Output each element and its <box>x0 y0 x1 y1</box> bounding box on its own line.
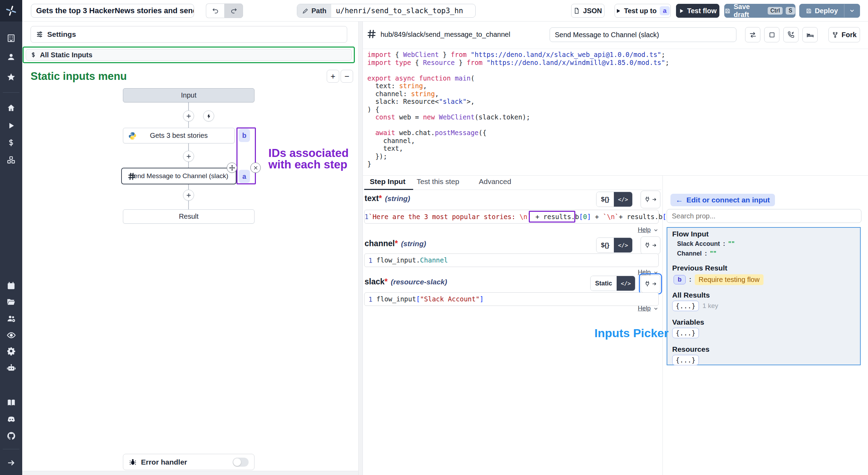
flow-node-step-b[interactable]: Gets 3 best stories <box>123 128 235 143</box>
delete-step-button[interactable] <box>250 162 261 173</box>
error-handler-row[interactable]: Error handler <box>123 454 254 470</box>
sidebar-item-discord[interactable] <box>0 411 22 427</box>
path-field[interactable]: Path u/henri/send_to_slack_top3_hn <box>297 4 476 18</box>
error-handler-toggle[interactable] <box>233 458 249 467</box>
code-mode-button[interactable]: </> <box>617 276 635 291</box>
sidebar-item-variables[interactable] <box>0 135 22 150</box>
deploy-button[interactable]: Deploy <box>800 7 844 15</box>
slack-hash-icon <box>127 172 136 181</box>
sidebar-item-github[interactable] <box>0 428 22 443</box>
fork-button[interactable]: Fork <box>828 27 860 42</box>
folder-icon <box>7 297 16 306</box>
redo-button[interactable] <box>224 3 243 18</box>
all-static-inputs-button[interactable]: All Static Inputs <box>26 49 352 61</box>
test-up-to-button[interactable]: Test up to a <box>615 4 671 18</box>
flow-title-input[interactable]: Gets the top 3 HackerNews stories and se… <box>31 4 194 18</box>
all-results-row[interactable]: {...} 1 key <box>672 301 718 311</box>
sync-arrows-icon <box>749 31 757 39</box>
variables-header[interactable]: Variables <box>672 318 704 326</box>
text-input-mode-toggle[interactable]: ${} </> <box>596 192 633 207</box>
flow-settings-button[interactable]: Settings <box>31 26 347 43</box>
ids-annotation-box <box>236 127 256 184</box>
flow-node-step-a-selected[interactable]: Send Message to Channel (slack) <box>121 168 236 184</box>
arrow-left-icon: ← <box>676 196 683 204</box>
sidebar-item-user[interactable] <box>0 49 22 65</box>
previous-result-row[interactable]: b : Require testing flow <box>674 274 763 285</box>
add-trigger-button[interactable] <box>203 110 214 122</box>
add-step-button[interactable] <box>183 110 194 122</box>
users-gear-icon <box>7 314 16 323</box>
reload-script-button[interactable] <box>745 27 760 42</box>
tab-test-this-step[interactable]: Test this step <box>417 177 459 186</box>
code-mode-button[interactable]: </> <box>614 238 632 252</box>
step-code-editor[interactable]: import { WebClient } from "https://deno.… <box>367 51 669 168</box>
braces-chip: {...} <box>672 355 699 365</box>
sidebar-item-home[interactable] <box>0 100 22 116</box>
resources-header[interactable]: Resources <box>672 345 709 353</box>
text-help-link[interactable]: Help <box>625 226 659 234</box>
channel-input-mode-toggle[interactable]: ${} </> <box>596 238 633 253</box>
zoom-in-button[interactable]: + <box>327 70 339 83</box>
save-draft-button[interactable]: Save draft Ctrl S <box>724 4 795 18</box>
horizontal-scrollbar[interactable] <box>22 471 358 475</box>
save-icon <box>806 8 812 14</box>
variables-row[interactable]: {...} <box>672 328 699 338</box>
static-inputs-menu-annotation: Static inputs menu <box>31 70 127 83</box>
flow-node-input[interactable]: Input <box>123 88 254 102</box>
code-mode-button[interactable]: </> <box>614 192 632 207</box>
add-step-button[interactable] <box>183 151 194 162</box>
flow-input-row[interactable]: Slack Account : "" <box>677 240 735 248</box>
previous-result-header[interactable]: Previous Result <box>672 264 727 272</box>
deploy-dropdown-button[interactable] <box>844 4 860 17</box>
sidebar-item-groups[interactable] <box>0 311 22 326</box>
text-expression-editor[interactable]: 1 `Here are the 3 most popular stories: … <box>364 210 659 224</box>
sidebar-item-schedules[interactable] <box>0 278 22 293</box>
undo-button[interactable] <box>206 3 224 18</box>
json-button[interactable]: JSON <box>571 4 604 18</box>
channel-expression-editor[interactable]: 1 flow_input.Channel <box>364 253 659 267</box>
zoom-out-button[interactable]: − <box>341 70 353 83</box>
header-divider <box>363 49 868 49</box>
windmill-flow-editor: Gets the top 3 HackerNews stories and se… <box>0 0 868 475</box>
flow-input-header[interactable]: Flow Input <box>672 230 709 238</box>
slack-help-link[interactable]: Help <box>625 305 659 312</box>
search-prop-input[interactable] <box>667 209 861 223</box>
slack-expression-editor[interactable]: 1 flow_input["Slack Account"] <box>364 292 659 306</box>
text-connect-input-button[interactable] <box>641 191 660 208</box>
tab-step-input[interactable]: Step Input <box>370 177 406 186</box>
sidebar-item-resources[interactable] <box>0 152 22 168</box>
template-mode-button[interactable]: ${} <box>596 192 614 207</box>
sidebar-item-favorites[interactable] <box>0 69 22 85</box>
all-results-header[interactable]: All Results <box>672 291 710 299</box>
tab-advanced[interactable]: Advanced <box>479 177 511 186</box>
sidebar-item-workspace[interactable] <box>0 31 22 46</box>
static-mode-button[interactable]: Static <box>591 276 617 291</box>
sidebar-item-audit-logs[interactable] <box>0 327 22 343</box>
sidebar-item-settings[interactable] <box>0 343 22 359</box>
bed-icon <box>806 31 814 39</box>
kbd-ctrl: Ctrl <box>768 7 783 15</box>
template-mode-button[interactable]: ${} <box>596 238 614 252</box>
add-step-button[interactable] <box>183 190 194 201</box>
channel-connect-input-button[interactable] <box>641 236 660 254</box>
bed-button[interactable] <box>802 27 818 42</box>
panel-resizer[interactable] <box>358 22 363 475</box>
flow-node-result[interactable]: Result <box>123 209 254 224</box>
flow-input-row[interactable]: Channel : "" <box>677 250 717 257</box>
move-step-handle[interactable] <box>227 162 237 173</box>
windmill-logo[interactable] <box>0 0 22 22</box>
expand-editor-button[interactable] <box>764 27 779 42</box>
redo-icon <box>230 7 237 15</box>
sidebar-item-folders[interactable] <box>0 294 22 309</box>
edit-or-connect-button[interactable]: ← Edit or connect an input <box>670 194 775 206</box>
hub-script-path[interactable]: hub/849/slack/send_message_to_channel <box>381 31 510 39</box>
sidebar-collapse-button[interactable] <box>0 455 22 470</box>
sidebar-item-docs[interactable] <box>0 395 22 410</box>
sidebar-item-workers[interactable] <box>0 360 22 375</box>
step-summary-input[interactable]: Send Message to Channel (slack) <box>550 27 736 42</box>
test-flow-button[interactable]: Test flow <box>676 4 719 18</box>
resources-row[interactable]: {...} <box>672 355 699 365</box>
slack-input-mode-toggle[interactable]: Static </> <box>590 276 635 291</box>
phone-incoming-button[interactable] <box>783 27 799 42</box>
sidebar-item-runs[interactable] <box>0 118 22 133</box>
